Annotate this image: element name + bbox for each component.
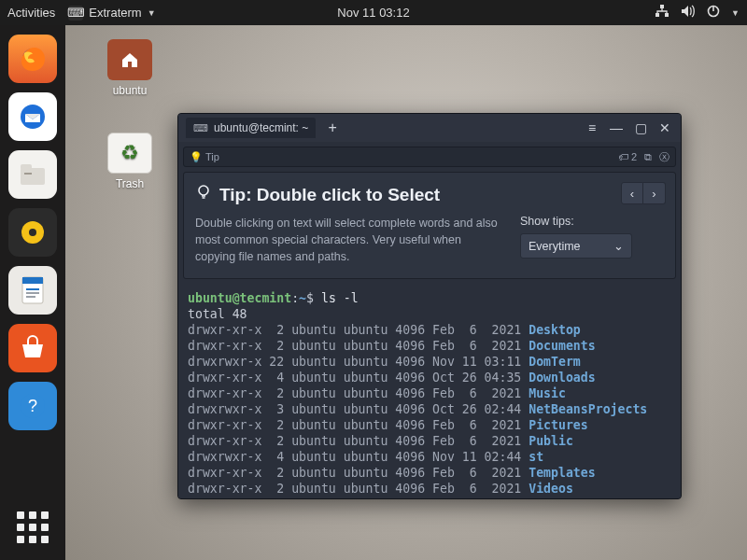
tip-tag-count: 🏷 2: [618, 151, 637, 162]
tip-body-text: Double clicking on text will select comp…: [195, 215, 503, 265]
tip-heading: Tip: Double click to Select: [219, 185, 440, 205]
recycle-icon: ♻: [107, 133, 152, 174]
home-folder-icon[interactable]: ubuntu: [97, 39, 162, 97]
svg-rect-7: [21, 168, 45, 185]
svg-rect-8: [21, 164, 32, 170]
hamburger-menu-button[interactable]: ≡: [584, 120, 600, 135]
dock-writer[interactable]: [8, 266, 57, 315]
terminal-tab[interactable]: ⌨ ubuntu@tecmint: ~: [186, 118, 316, 138]
new-tab-button[interactable]: +: [323, 119, 342, 137]
svg-rect-16: [26, 296, 35, 298]
terminal-output[interactable]: ubuntu@tecmint:~$ ls -l total 48 drwxr-x…: [178, 287, 681, 498]
network-icon[interactable]: [655, 5, 669, 21]
dock-thunderbird[interactable]: [8, 92, 57, 141]
chevron-down-icon: ⌄: [613, 239, 624, 253]
app-menu-label: Extraterm: [89, 6, 141, 20]
svg-point-19: [199, 186, 208, 195]
show-tips-label: Show tips:: [520, 215, 632, 228]
svg-text:?: ?: [28, 397, 37, 415]
svg-rect-1: [655, 13, 659, 17]
minimize-button[interactable]: —: [608, 120, 625, 135]
show-tips-select[interactable]: Everytime ⌄: [520, 233, 632, 259]
volume-icon[interactable]: [681, 5, 696, 21]
show-tips-value: Everytime: [529, 240, 581, 253]
svg-rect-0: [660, 5, 664, 8]
svg-rect-13: [22, 277, 43, 284]
home-folder-label: ubuntu: [113, 84, 148, 97]
svg-point-11: [29, 229, 36, 236]
activities-button[interactable]: Activities: [7, 6, 55, 20]
tag-icon: 🏷: [618, 151, 628, 162]
tip-prev-button[interactable]: ‹: [621, 182, 643, 204]
tip-frame-label: Tip: [205, 151, 219, 162]
dock-files[interactable]: [8, 150, 57, 199]
svg-rect-4: [128, 62, 132, 67]
tab-title: ubuntu@tecmint: ~: [214, 121, 308, 134]
folder-icon: [107, 39, 152, 80]
lightbulb-icon: [195, 184, 212, 205]
close-frame-icon[interactable]: ⓧ: [659, 150, 669, 164]
dock-rhythmbox[interactable]: [8, 208, 57, 257]
show-applications-button[interactable]: [13, 508, 52, 547]
close-button[interactable]: ✕: [656, 120, 673, 135]
extraterm-icon: ⌨: [68, 6, 83, 21]
keyboard-icon: ⌨: [193, 122, 208, 134]
lightbulb-icon: 💡: [190, 151, 203, 163]
svg-rect-15: [26, 292, 39, 294]
tip-pager: ‹ ›: [621, 182, 666, 204]
extraterm-window: ⌨ ubuntu@tecmint: ~ + ≡ — ▢ ✕ 💡 Tip 🏷 2 …: [177, 113, 682, 499]
svg-rect-2: [665, 13, 669, 17]
window-titlebar[interactable]: ⌨ ubuntu@tecmint: ~ + ≡ — ▢ ✕: [178, 114, 681, 142]
tip-next-button[interactable]: ›: [643, 182, 666, 204]
app-menu[interactable]: ⌨ Extraterm ▼: [68, 6, 155, 21]
system-menu-chevron-icon[interactable]: ▼: [731, 8, 740, 18]
chevron-down-icon: ▼: [148, 8, 156, 18]
tip-panel: ‹ › Tip: Double click to Select Double c…: [183, 172, 676, 279]
gnome-top-panel: Activities ⌨ Extraterm ▼ Nov 11 03:12 ▼: [0, 0, 747, 25]
popout-icon[interactable]: ⧉: [644, 151, 652, 163]
tip-frame-header: 💡 Tip 🏷 2 ⧉ ⓧ: [183, 147, 676, 167]
dock-help[interactable]: ?: [8, 382, 57, 430]
dock-firefox[interactable]: [8, 35, 57, 83]
maximize-button[interactable]: ▢: [632, 120, 649, 135]
svg-rect-9: [24, 173, 32, 175]
trash-icon[interactable]: ♻ Trash: [97, 133, 162, 190]
trash-label: Trash: [116, 177, 144, 190]
dock-software[interactable]: [8, 324, 57, 372]
svg-rect-14: [26, 288, 39, 290]
launcher-dock: ?: [0, 25, 65, 560]
power-icon[interactable]: [707, 5, 720, 21]
clock[interactable]: Nov 11 03:12: [337, 6, 409, 20]
